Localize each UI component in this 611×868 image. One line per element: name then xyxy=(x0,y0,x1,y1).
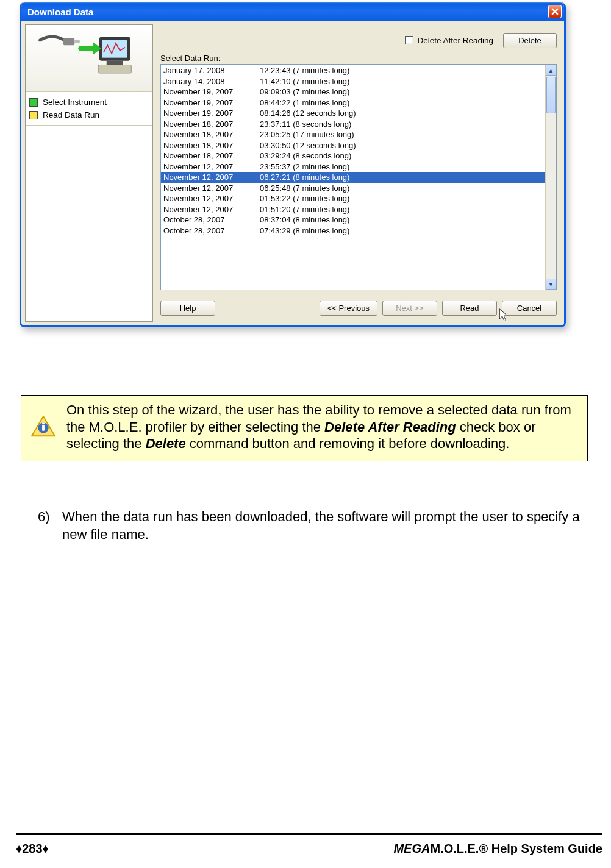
cancel-button[interactable]: Cancel xyxy=(502,301,557,316)
step-6-text: When the data run has been downloaded, t… xyxy=(62,508,587,543)
data-run-detail: 08:14:26 (12 seconds long) xyxy=(260,108,543,119)
data-run-row[interactable]: November 12, 200706:27:21 (8 minutes lon… xyxy=(161,172,545,183)
data-run-detail: 08:37:04 (8 minutes long) xyxy=(260,215,543,226)
step-6: 6) When the data run has been downloaded… xyxy=(38,508,587,543)
data-run-date: October 28, 2007 xyxy=(163,215,260,226)
data-run-date: January 17, 2008 xyxy=(163,65,260,76)
data-run-row[interactable]: November 19, 200709:09:03 (7 minutes lon… xyxy=(161,87,545,98)
data-run-detail: 11:42:10 (7 minutes long) xyxy=(260,76,543,87)
checkbox-box xyxy=(405,36,413,44)
step-label: Read Data Run xyxy=(43,110,99,119)
wizard-step-item: Select Instrument xyxy=(28,96,150,108)
data-run-date: November 19, 2007 xyxy=(163,87,260,98)
data-run-date: November 18, 2007 xyxy=(163,129,260,140)
wizard-step-list: Select InstrumentRead Data Run xyxy=(26,92,152,125)
close-button[interactable] xyxy=(548,5,562,18)
scroll-up-button[interactable]: ▲ xyxy=(546,65,556,76)
data-run-row[interactable]: November 12, 200706:25:48 (7 minutes lon… xyxy=(161,183,545,194)
data-run-detail: 23:37:11 (8 seconds long) xyxy=(260,119,543,130)
data-run-date: November 12, 2007 xyxy=(163,162,260,173)
svg-rect-8 xyxy=(42,423,45,425)
svg-rect-4 xyxy=(107,61,123,65)
data-run-detail: 09:09:03 (7 minutes long) xyxy=(260,87,543,98)
data-run-detail: 03:30:50 (12 seconds long) xyxy=(260,140,543,151)
step-6-number: 6) xyxy=(38,508,56,543)
data-run-detail: 07:43:29 (8 minutes long) xyxy=(260,226,543,237)
data-run-detail: 06:27:21 (8 minutes long) xyxy=(260,172,543,183)
help-button[interactable]: Help xyxy=(160,301,215,316)
footer-rule xyxy=(16,833,602,835)
data-run-detail: 23:05:25 (17 minutes long) xyxy=(260,129,543,140)
data-run-row[interactable]: January 17, 200812:23:43 (7 minutes long… xyxy=(161,65,545,76)
data-run-detail: 23:55:37 (2 minutes long) xyxy=(260,162,543,173)
svg-rect-5 xyxy=(98,65,131,73)
data-run-listbox[interactable]: January 17, 200812:23:43 (7 minutes long… xyxy=(160,64,557,290)
window-title: Download Data xyxy=(27,7,548,17)
data-run-detail: 06:25:48 (7 minutes long) xyxy=(260,183,543,194)
data-run-row[interactable]: October 28, 200708:37:04 (8 minutes long… xyxy=(161,215,545,226)
data-run-date: October 28, 2007 xyxy=(163,226,260,237)
data-run-row[interactable]: November 12, 200701:51:20 (7 minutes lon… xyxy=(161,204,545,215)
previous-button[interactable]: << Previous xyxy=(320,301,377,316)
data-run-detail: 08:44:22 (1 minutes long) xyxy=(260,98,543,108)
step-label: Select Instrument xyxy=(43,98,107,107)
data-run-row[interactable]: November 18, 200703:29:24 (8 seconds lon… xyxy=(161,151,545,162)
scroll-down-button[interactable]: ▼ xyxy=(546,279,556,290)
data-run-row[interactable]: January 14, 200811:42:10 (7 minutes long… xyxy=(161,76,545,87)
wizard-sidebar: Select InstrumentRead Data Run xyxy=(25,24,153,322)
download-data-dialog-wrap: Download Data xyxy=(20,2,566,327)
data-run-detail: 01:53:22 (7 minutes long) xyxy=(260,193,543,204)
data-run-date: November 12, 2007 xyxy=(163,183,260,194)
svg-rect-7 xyxy=(42,425,45,431)
info-note-text: On this step of the wizard, the user has… xyxy=(66,402,579,452)
scroll-thumb[interactable] xyxy=(546,77,556,113)
wizard-illustration xyxy=(26,25,152,92)
data-run-row[interactable]: November 18, 200723:05:25 (17 minutes lo… xyxy=(161,129,545,140)
data-run-date: November 12, 2007 xyxy=(163,193,260,204)
wizard-main: Delete After Reading Delete Select Data … xyxy=(157,24,560,322)
svg-rect-1 xyxy=(74,40,79,43)
data-run-row[interactable]: November 18, 200723:37:11 (8 seconds lon… xyxy=(161,119,545,130)
data-run-detail: 03:29:24 (8 seconds long) xyxy=(260,151,543,162)
read-button[interactable]: Read xyxy=(442,301,497,316)
data-run-row[interactable]: November 19, 200708:14:26 (12 seconds lo… xyxy=(161,108,545,119)
wizard-button-bar: Help << Previous Next >> Read Cancel xyxy=(157,294,560,322)
data-run-date: November 18, 2007 xyxy=(163,151,260,162)
titlebar: Download Data xyxy=(21,2,564,21)
page-footer: ♦283♦ MEGAM.O.L.E.® Help System Guide xyxy=(16,842,602,856)
step-status-square xyxy=(29,98,38,107)
data-run-detail: 01:51:20 (7 minutes long) xyxy=(260,204,543,215)
download-data-dialog: Download Data xyxy=(20,2,566,327)
data-run-date: November 19, 2007 xyxy=(163,98,260,108)
info-note: On this step of the wizard, the user has… xyxy=(21,395,588,461)
svg-rect-0 xyxy=(63,38,75,46)
data-run-date: November 12, 2007 xyxy=(163,204,260,215)
delete-after-reading-label: Delete After Reading xyxy=(417,36,493,45)
step-status-square xyxy=(29,111,38,119)
data-run-row[interactable]: November 19, 200708:44:22 (1 minutes lon… xyxy=(161,98,545,108)
scroll-track[interactable] xyxy=(546,76,556,279)
data-run-date: November 12, 2007 xyxy=(163,172,260,183)
data-run-row[interactable]: November 18, 200703:30:50 (12 seconds lo… xyxy=(161,140,545,151)
data-run-row[interactable]: November 12, 200723:55:37 (2 minutes lon… xyxy=(161,162,545,173)
data-run-row[interactable]: November 12, 200701:53:22 (7 minutes lon… xyxy=(161,193,545,204)
data-run-detail: 12:23:43 (7 minutes long) xyxy=(260,65,543,76)
select-data-run-label: Select Data Run: xyxy=(160,54,557,63)
scrollbar[interactable]: ▲ ▼ xyxy=(545,65,556,290)
guide-title: MEGAM.O.L.E.® Help System Guide xyxy=(393,842,602,856)
data-run-row[interactable]: October 28, 200707:43:29 (8 minutes long… xyxy=(161,226,545,237)
next-button: Next >> xyxy=(382,301,437,316)
wizard-step-item: Read Data Run xyxy=(28,108,150,121)
data-run-date: November 18, 2007 xyxy=(163,140,260,151)
data-run-date: January 14, 2008 xyxy=(163,76,260,87)
close-icon xyxy=(551,8,559,15)
data-run-date: November 18, 2007 xyxy=(163,119,260,130)
data-run-date: November 19, 2007 xyxy=(163,108,260,119)
delete-after-reading-checkbox[interactable]: Delete After Reading xyxy=(405,36,493,45)
delete-button[interactable]: Delete xyxy=(503,33,557,48)
info-icon xyxy=(29,402,58,452)
page-number: ♦283♦ xyxy=(16,842,49,856)
